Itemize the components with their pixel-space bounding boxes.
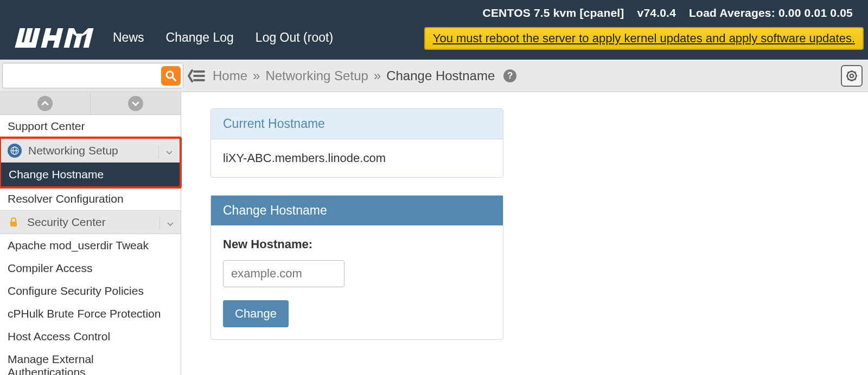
reboot-banner[interactable]: You must reboot the server to apply kern… (424, 27, 864, 50)
chevron-down-icon (158, 146, 173, 159)
sidebar-item-host-access-control[interactable]: Host Access Control (0, 325, 181, 348)
svg-line-24 (855, 79, 856, 80)
chevron-down-icon (128, 96, 143, 111)
panel-header: Change Hostname (211, 196, 503, 225)
sidebar-item-resolver-configuration[interactable]: Resolver Configuration (0, 188, 181, 210)
substrip: Home » Networking Setup » Change Hostnam… (0, 60, 868, 92)
sidebar-item-manage-external-auth[interactable]: Manage External Authentications (0, 348, 181, 375)
breadcrumb: Home » Networking Setup » Change Hostnam… (213, 68, 516, 83)
sidebar-item-change-hostname[interactable]: Change Hostname (1, 163, 180, 186)
sidebar-item-cphulk[interactable]: cPHulk Brute Force Protection (0, 302, 181, 325)
new-hostname-input[interactable] (223, 260, 344, 287)
search-icon (165, 70, 176, 81)
crumb-sep: » (253, 68, 260, 83)
svg-line-25 (848, 79, 849, 80)
sidebar-item-configure-security-policies[interactable]: Configure Security Policies (0, 280, 181, 302)
svg-rect-8 (84, 28, 94, 48)
panel-current-hostname: Current Hostname liXY-ABC.members.linode… (210, 108, 503, 178)
chevron-up-icon (37, 96, 53, 111)
crumb-networking[interactable]: Networking Setup (265, 68, 368, 83)
breadcrumb-area: Home » Networking Setup » Change Hostnam… (183, 60, 868, 92)
top-nav: News Change Log Log Out (root) (113, 30, 333, 45)
nav-news[interactable]: News (113, 30, 144, 45)
crumb-current: Change Hostname (386, 68, 495, 83)
new-hostname-label: New Hostname: (223, 237, 491, 251)
crumb-sep: » (374, 68, 381, 83)
nav-changelog[interactable]: Change Log (166, 30, 234, 45)
svg-line-13 (173, 77, 176, 81)
svg-rect-11 (74, 34, 82, 48)
sidebar: Support Center Networking Setup Change H… (0, 92, 181, 375)
svg-point-18 (850, 74, 853, 77)
sidebar-item-support-center[interactable]: Support Center (0, 115, 181, 138)
highlight-box: Networking Setup Change Hostname (0, 137, 182, 189)
sidebar-arrow-row (0, 92, 181, 115)
sidebar-group-security-center[interactable]: Security Center (0, 210, 181, 234)
sidebar-item-apache-mod-userdir[interactable]: Apache mod_userdir Tweak (0, 234, 181, 257)
svg-line-26 (855, 72, 856, 73)
collapse-sidebar-icon[interactable] (188, 67, 205, 85)
svg-line-23 (848, 72, 849, 73)
globe-icon (8, 144, 22, 158)
help-icon[interactable]: ? (503, 69, 516, 82)
sidebar-group-networking-setup[interactable]: Networking Setup (1, 139, 180, 163)
svg-rect-3 (15, 42, 37, 48)
current-hostname-value: liXY-ABC.members.linode.com (211, 139, 503, 177)
change-button[interactable]: Change (223, 300, 289, 327)
sidebar-group-label: Security Center (27, 216, 106, 229)
status-line: CENTOS 7.5 kvm [cpanel] v74.0.4 Load Ave… (473, 7, 853, 20)
sidebar-item-compiler-access[interactable]: Compiler Access (0, 257, 181, 280)
panel-header: Current Hostname (211, 109, 503, 139)
topbar: CENTOS 7.5 kvm [cpanel] v74.0.4 Load Ave… (0, 0, 868, 60)
search-input[interactable] (7, 64, 161, 87)
load-averages: Load Averages: 0.00 0.01 0.05 (689, 7, 853, 19)
svg-rect-6 (43, 35, 61, 41)
settings-button[interactable] (841, 65, 863, 87)
whm-logo[interactable] (14, 25, 100, 51)
crumb-home[interactable]: Home (213, 68, 247, 83)
search-button[interactable] (161, 66, 181, 86)
svg-rect-7 (64, 28, 74, 48)
os-info: CENTOS 7.5 kvm [cpanel] (483, 7, 624, 19)
svg-rect-30 (10, 222, 17, 227)
gear-icon (846, 70, 858, 82)
sidebar-scroll-down[interactable] (91, 92, 181, 114)
sidebar-scroll-up[interactable] (0, 92, 91, 114)
lock-icon (7, 215, 21, 229)
chevron-down-icon (159, 217, 174, 230)
sidebar-group-label: Networking Setup (28, 144, 118, 157)
search-wrap (2, 63, 183, 88)
version-info: v74.0.4 (637, 7, 676, 19)
nav-logout[interactable]: Log Out (root) (256, 30, 333, 45)
panel-change-hostname: Change Hostname New Hostname: Change (210, 195, 503, 340)
main-content: Current Hostname liXY-ABC.members.linode… (181, 92, 868, 340)
